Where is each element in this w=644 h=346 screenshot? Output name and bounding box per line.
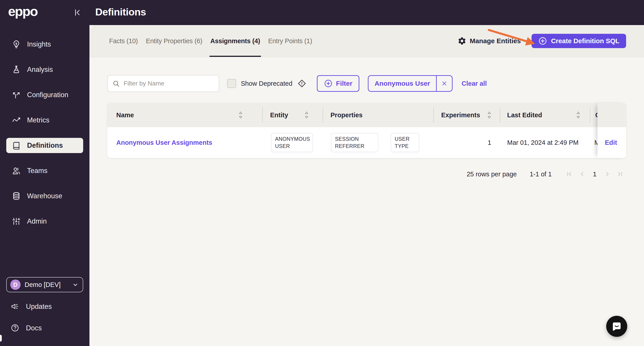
pager-controls: 1: [566, 170, 624, 178]
filter-button[interactable]: Filter: [317, 75, 359, 92]
page-title: Definitions: [95, 6, 146, 18]
sidebar-item-insights[interactable]: Insights: [0, 32, 90, 57]
show-deprecated-checkbox[interactable]: [227, 79, 236, 88]
split-arrows-icon: [12, 90, 21, 100]
flask-icon: [12, 65, 21, 74]
eppo-logo[interactable]: eppo: [8, 4, 37, 19]
sidebar-item-label: Configuration: [27, 91, 68, 99]
sidebar-item-analysis[interactable]: Analysis: [0, 57, 90, 82]
deprecated-info-diamond-icon[interactable]: [297, 79, 306, 88]
first-page-button[interactable]: [566, 170, 573, 178]
sidebar-item-configuration[interactable]: Configuration: [0, 82, 90, 107]
rows-per-page-select[interactable]: 25 rows per page: [467, 171, 517, 178]
header-actions: Manage Entities Create Definition SQL: [458, 34, 626, 48]
tab-assignments[interactable]: Assignments (4): [210, 25, 260, 57]
chat-bubble-icon: [611, 320, 622, 332]
workspace-name: Demo [DEV]: [24, 281, 60, 288]
remove-filter-button[interactable]: [437, 76, 452, 91]
column-divider: [262, 107, 263, 123]
trend-line-icon: [12, 116, 21, 125]
chip-label: Anonymous User: [368, 76, 436, 91]
sidebar-item-label: Insights: [27, 40, 51, 48]
column-header-name[interactable]: Name: [116, 103, 134, 127]
sidebar-item-label: Admin: [27, 217, 47, 225]
content-panel: Facts (10) Entity Properties (6) Assignm…: [90, 25, 644, 346]
property-tag: SESSION REFERRER: [331, 133, 378, 152]
active-filter-chip[interactable]: Anonymous User: [368, 75, 452, 92]
clear-all-button[interactable]: Clear all: [460, 80, 488, 88]
tab-entry-points[interactable]: Entry Points (1): [268, 25, 312, 57]
sort-icon[interactable]: [576, 111, 581, 119]
sidebar-collapse-button[interactable]: [72, 8, 82, 18]
people-icon: [12, 166, 21, 175]
edit-link[interactable]: Edit: [605, 139, 617, 146]
create-definition-sql-button[interactable]: Create Definition SQL: [532, 34, 626, 48]
column-header-properties[interactable]: Properties: [330, 103, 362, 127]
sort-icon[interactable]: [487, 111, 492, 119]
pinned-column-cell: Edit: [598, 127, 626, 158]
sidebar-item-label: Teams: [27, 167, 48, 175]
table-row: Anonymous User Assignments ANONYMOUS USE…: [107, 127, 626, 158]
edge-artifact: [0, 335, 2, 341]
sidebar-item-docs[interactable]: Docs: [0, 317, 90, 339]
sidebar-item-teams[interactable]: Teams: [0, 158, 90, 183]
filter-button-label: Filter: [336, 80, 352, 87]
sidebar-item-label: Warehouse: [27, 192, 62, 200]
filter-by-name-input[interactable]: [123, 80, 214, 87]
pagination: 25 rows per page 1-1 of 1 1: [467, 168, 624, 180]
tab-entity-properties[interactable]: Entity Properties (6): [146, 25, 202, 57]
filter-row: Show Deprecated Filter Anonymous User: [107, 75, 488, 92]
help-circle-icon: [10, 323, 20, 333]
gear-icon: [458, 37, 466, 46]
collapse-sidebar-icon: [72, 8, 82, 18]
workspace-avatar: D: [10, 279, 20, 290]
sidebar: eppo Insights: [0, 0, 90, 346]
property-tag: USER TYPE: [391, 133, 419, 152]
workspace-switcher[interactable]: D Demo [DEV]: [6, 277, 83, 292]
column-divider: [323, 107, 323, 123]
search-icon: [112, 80, 120, 87]
show-deprecated-group: Show Deprecated: [227, 79, 306, 88]
plus-circle-icon: [324, 79, 333, 88]
pinned-actions-column: Edit: [598, 103, 626, 158]
column-divider: [500, 107, 500, 123]
previous-page-button[interactable]: [578, 170, 586, 178]
current-page[interactable]: 1: [593, 170, 596, 178]
sidebar-item-label: Updates: [26, 302, 52, 311]
next-page-button[interactable]: [603, 170, 611, 178]
manage-entities-label: Manage Entities: [470, 37, 521, 45]
column-header-entity[interactable]: Entity: [270, 103, 288, 127]
last-page-button[interactable]: [616, 170, 624, 178]
sidebar-item-updates[interactable]: Updates: [0, 296, 90, 317]
close-icon: [441, 80, 448, 87]
sidebar-item-label: Docs: [26, 324, 42, 332]
sidebar-item-definitions[interactable]: Definitions: [0, 133, 90, 158]
column-header-experiments[interactable]: Experiments: [441, 103, 480, 127]
definitions-table: Name Entity Properties Experiments: [107, 103, 626, 158]
column-header-last-edited[interactable]: Last Edited: [507, 103, 542, 127]
sidebar-item-admin[interactable]: Admin: [0, 209, 90, 234]
megaphone-icon: [10, 302, 20, 311]
sidebar-item-label: Analysis: [27, 66, 53, 74]
chevron-down-icon: [72, 281, 79, 288]
definition-name-link[interactable]: Anonymous User Assignments: [116, 139, 212, 146]
sliders-icon: [12, 217, 21, 226]
sort-icon[interactable]: [238, 111, 243, 119]
table-header: Name Entity Properties Experiments: [107, 103, 626, 127]
tab-facts[interactable]: Facts (10): [109, 25, 138, 57]
tab-bar: Facts (10) Entity Properties (6) Assignm…: [109, 25, 312, 57]
sidebar-item-label: Definitions: [27, 141, 63, 150]
sidebar-item-metrics[interactable]: Metrics: [0, 107, 90, 133]
panel-header: Facts (10) Entity Properties (6) Assignm…: [90, 25, 644, 57]
column-divider: [590, 107, 590, 123]
manage-entities-button[interactable]: Manage Entities: [458, 37, 521, 46]
database-icon: [12, 191, 21, 201]
plus-circle-icon: [538, 37, 547, 46]
sidebar-item-warehouse[interactable]: Warehouse: [0, 183, 90, 209]
last-edited-value: Mar 01, 2024 at 2:49 PM: [507, 139, 578, 146]
sort-icon[interactable]: [304, 111, 309, 119]
chat-launcher-button[interactable]: [606, 316, 627, 337]
search-box: [107, 75, 219, 92]
sidebar-item-label: Metrics: [27, 116, 50, 124]
sidebar-nav: Insights Analysis: [0, 32, 90, 234]
